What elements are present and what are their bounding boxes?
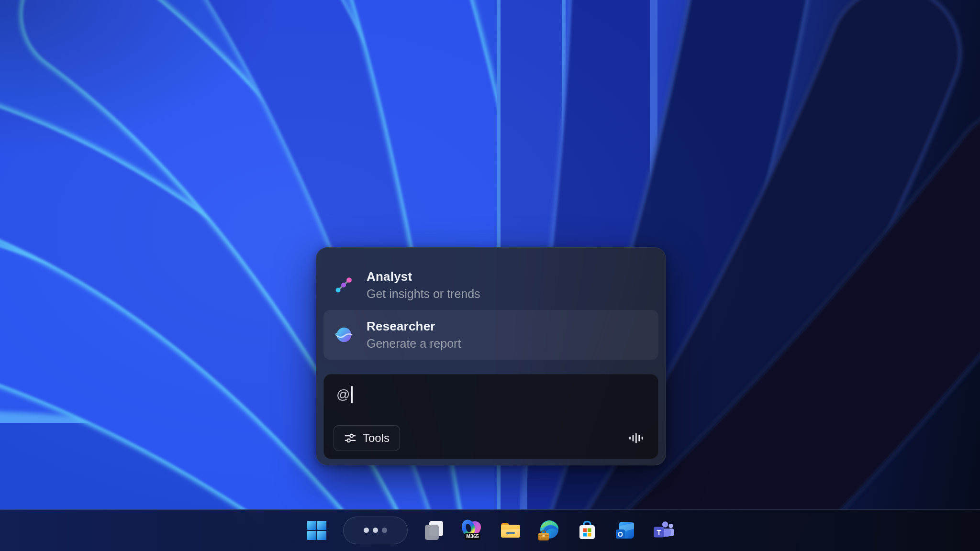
teams-button[interactable]: T: [652, 518, 676, 542]
researcher-icon: [334, 325, 354, 345]
task-view-button[interactable]: [422, 518, 446, 542]
search-dot: [382, 528, 387, 533]
agent-title: Analyst: [367, 269, 480, 284]
m365-copilot-button[interactable]: M365: [460, 518, 484, 542]
composer-toolbar: Tools: [334, 425, 646, 451]
search-dot: [364, 528, 369, 533]
outlook-letter: O: [618, 530, 623, 538]
microsoft-store-button[interactable]: [575, 518, 599, 542]
edge-browser-icon: [538, 519, 560, 541]
file-explorer-button[interactable]: [499, 518, 523, 542]
agent-description: Generate a report: [367, 336, 461, 351]
waveform-icon: [628, 430, 644, 446]
text-caret: [351, 386, 353, 403]
outlook-button[interactable]: O: [613, 518, 637, 542]
tools-button[interactable]: Tools: [334, 425, 400, 451]
agent-item-researcher[interactable]: Researcher Generate a report: [323, 310, 658, 360]
agent-item-analyst[interactable]: Analyst Get insights or trends: [323, 260, 658, 310]
prompt-text: @: [336, 387, 350, 402]
m365-copilot-icon: M365: [461, 519, 483, 541]
tools-button-label: Tools: [363, 431, 390, 445]
windows-logo-icon: [306, 520, 327, 541]
sliders-icon: [344, 432, 356, 444]
teams-letter: T: [657, 528, 661, 536]
analyst-icon: [334, 275, 354, 295]
voice-input-button[interactable]: [626, 429, 646, 448]
edge-button[interactable]: [537, 518, 561, 542]
teams-icon: T: [653, 519, 675, 541]
m365-badge-label: M365: [466, 533, 479, 539]
taskbar: M365: [0, 509, 980, 551]
task-view-icon: [423, 519, 445, 541]
microsoft-store-icon: [576, 519, 598, 541]
outlook-icon: O: [614, 519, 636, 541]
agent-description: Get insights or trends: [367, 287, 480, 301]
desktop: Analyst Get insights or trends: [0, 0, 980, 551]
copilot-agent-popup: Analyst Get insights or trends: [316, 247, 666, 465]
prompt-textbox[interactable]: @: [336, 386, 646, 403]
file-explorer-icon: [500, 519, 522, 541]
start-button[interactable]: [305, 518, 329, 542]
taskbar-search-button[interactable]: [343, 517, 408, 544]
agent-title: Researcher: [367, 319, 461, 334]
prompt-composer: @ Tools: [323, 374, 658, 459]
search-dot: [373, 528, 378, 533]
